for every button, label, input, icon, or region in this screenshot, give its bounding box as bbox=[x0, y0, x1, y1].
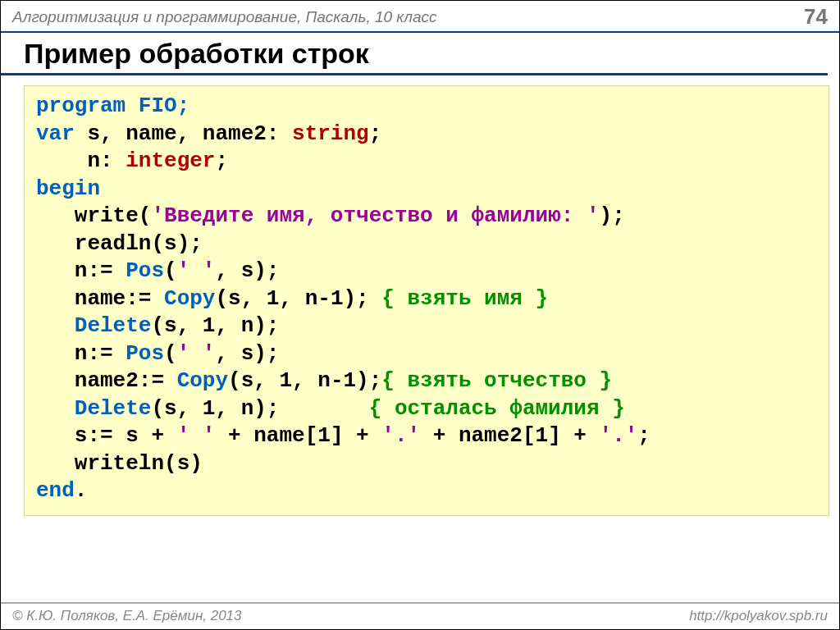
type: string bbox=[292, 121, 369, 146]
keyword: var bbox=[36, 121, 75, 146]
code-text: ; bbox=[369, 121, 382, 146]
function: Delete bbox=[75, 396, 152, 421]
code-text: (s, 1, n); bbox=[151, 313, 279, 338]
identifier: FIO; bbox=[126, 94, 189, 118]
code-text: n:= bbox=[36, 341, 126, 366]
function: Pos bbox=[126, 258, 164, 283]
code-text: ; bbox=[215, 148, 228, 173]
code-text: ( bbox=[164, 341, 177, 366]
string: ' ' bbox=[177, 341, 216, 366]
code-text: + name[1] + bbox=[215, 423, 381, 448]
code-text bbox=[36, 313, 75, 338]
type: integer bbox=[126, 148, 215, 173]
function: Copy bbox=[164, 286, 215, 311]
slide: Алгоритмизация и программирование, Паска… bbox=[0, 0, 840, 630]
string: '.' bbox=[381, 423, 420, 448]
string: '.' bbox=[600, 423, 638, 448]
page-number: 74 bbox=[804, 4, 828, 30]
code-listing: program FIO; var s, name, name2: string;… bbox=[36, 93, 817, 505]
code-text: , s); bbox=[215, 341, 279, 366]
comment: { осталась фамилия } bbox=[369, 396, 625, 421]
code-text: s, name, name2: bbox=[75, 121, 292, 146]
code-text: name2:= bbox=[36, 368, 177, 393]
code-text: . bbox=[75, 478, 88, 503]
footer-url: http://kpolyakov.spb.ru bbox=[689, 608, 828, 624]
code-text: (s, 1, n); bbox=[151, 396, 368, 421]
string: ' ' bbox=[177, 423, 216, 448]
code-text: readln(s); bbox=[36, 231, 203, 256]
code-text: s:= s + bbox=[36, 423, 177, 448]
function: Delete bbox=[75, 313, 152, 338]
keyword: program bbox=[36, 94, 126, 118]
code-text: ; bbox=[637, 423, 651, 448]
slide-title: Пример обработки строк bbox=[1, 33, 828, 75]
code-text: ( bbox=[164, 258, 177, 283]
code-text: , s); bbox=[215, 258, 279, 283]
code-text: n:= bbox=[36, 258, 126, 283]
code-text: + name2[1] + bbox=[420, 423, 599, 448]
string: ' ' bbox=[177, 258, 216, 283]
footer-copyright: © К.Ю. Поляков, Е.А. Ерёмин, 2013 bbox=[12, 608, 242, 624]
code-text: n: bbox=[36, 148, 126, 173]
code-text: name:= bbox=[36, 286, 164, 311]
code-text: write( bbox=[36, 203, 151, 228]
keyword: end bbox=[36, 478, 75, 503]
function: Copy bbox=[177, 368, 228, 393]
course-title: Алгоритмизация и программирование, Паска… bbox=[12, 8, 437, 26]
code-text: (s, 1, n-1); bbox=[215, 286, 381, 311]
comment: { взять отчество } bbox=[381, 368, 612, 393]
string: 'Введите имя, отчество и фамилию: ' bbox=[151, 203, 599, 228]
function: Pos bbox=[126, 341, 164, 366]
code-box: program FIO; var s, name, name2: string;… bbox=[24, 85, 829, 516]
code-text: ); bbox=[600, 203, 625, 228]
comment: { взять имя } bbox=[381, 286, 548, 311]
code-text bbox=[36, 396, 75, 421]
keyword: begin bbox=[36, 176, 100, 201]
header-bar: Алгоритмизация и программирование, Паска… bbox=[1, 1, 839, 33]
code-text: writeln(s) bbox=[36, 451, 203, 476]
footer-bar: © К.Ю. Поляков, Е.А. Ерёмин, 2013 http:/… bbox=[1, 602, 839, 629]
code-text: (s, 1, n-1); bbox=[228, 368, 381, 393]
